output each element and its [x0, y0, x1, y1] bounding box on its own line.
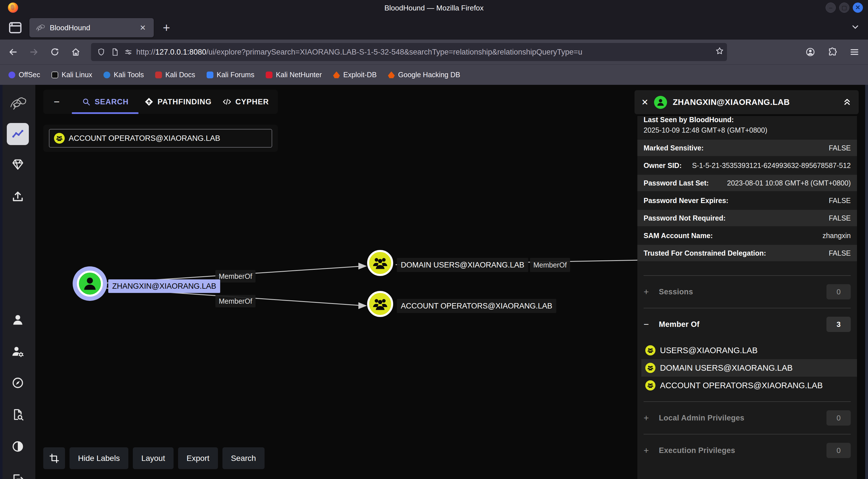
- bloodhound-favicon-icon: [35, 23, 45, 33]
- section-sessions[interactable]: + Sessions 0: [638, 276, 857, 308]
- reload-button[interactable]: [47, 44, 63, 60]
- window-close-button[interactable]: ✕: [853, 3, 863, 13]
- layout-button[interactable]: Layout: [133, 447, 174, 469]
- home-button[interactable]: [68, 44, 84, 60]
- section-local-admin-privileges[interactable]: + Local Admin Privileges 0: [638, 402, 857, 434]
- graph-node-group-account-operators[interactable]: [367, 291, 393, 317]
- tab-bar: BloodHound ✕ +: [0, 16, 868, 39]
- tab-close-icon[interactable]: ✕: [137, 22, 148, 33]
- property-value: FALSE: [829, 197, 851, 205]
- bookmark-kali-tools[interactable]: Kali Tools: [103, 71, 144, 79]
- property-label: Password Never Expires:: [644, 197, 728, 205]
- forward-button[interactable]: [26, 44, 42, 60]
- section-count-badge: 0: [827, 443, 851, 458]
- bookmark-google-hacking-db[interactable]: Google Hacking DB: [388, 71, 460, 79]
- bookmark-kali-docs[interactable]: Kali Docs: [155, 71, 195, 79]
- menu-hamburger-icon[interactable]: [846, 44, 862, 60]
- node-label-zhangxin-selected[interactable]: ZHANGXIN@XIAORANG.LAB: [108, 279, 220, 293]
- window-minimize-button[interactable]: –: [826, 3, 836, 13]
- page-info-icon[interactable]: [109, 47, 120, 58]
- window-maximize-button[interactable]: ▢: [839, 3, 849, 13]
- bookmark-label: Kali Tools: [114, 71, 144, 79]
- offsec-favicon-icon: [8, 71, 15, 78]
- browser-tab[interactable]: BloodHound ✕: [29, 18, 154, 37]
- hide-labels-button[interactable]: Hide Labels: [69, 447, 128, 469]
- arrowhead-icon: [359, 302, 367, 309]
- section-member-of[interactable]: − Member Of 3: [638, 308, 857, 340]
- url-path: /ui/explore?primarySearch=XIAORANG.LAB-S…: [206, 48, 582, 56]
- bookmark-label: Exploit-DB: [343, 71, 376, 79]
- fit-graph-button[interactable]: [43, 447, 65, 469]
- search-input[interactable]: ACCOUNT OPERATORS@XIAORANG.LAB: [49, 129, 272, 148]
- member-label: USERS@XIAORANG.LAB: [660, 346, 757, 355]
- section-execution-privileges[interactable]: + Execution Privileges 0: [638, 434, 857, 467]
- kali-tools-favicon-icon: [103, 71, 110, 78]
- group-icon: [372, 296, 389, 312]
- back-button[interactable]: [5, 44, 21, 60]
- tab-label: SEARCH: [95, 97, 129, 106]
- active-tab-underline: [72, 112, 138, 114]
- bookmark-exploit-db[interactable]: Exploit-DB: [333, 71, 376, 79]
- bookmark-offsec[interactable]: OffSec: [8, 71, 40, 79]
- graph-node-group-domain-users[interactable]: [367, 250, 393, 276]
- section-count-badge: 3: [827, 317, 851, 332]
- search-input-card: ACCOUNT OPERATORS@XIAORANG.LAB: [43, 125, 278, 152]
- bookmark-label: Kali Linux: [62, 71, 92, 79]
- member-label: DOMAIN USERS@XIAORANG.LAB: [660, 363, 793, 373]
- kali-docs-favicon-icon: [155, 71, 162, 78]
- member-label: ACCOUNT OPERATORS@XIAORANG.LAB: [660, 381, 823, 390]
- close-icon[interactable]: ✕: [641, 97, 648, 107]
- section-label: Local Admin Privileges: [659, 414, 820, 422]
- property-label: Marked Sensitive:: [644, 144, 704, 152]
- bookmark-label: Kali Forums: [217, 71, 254, 79]
- list-item[interactable]: DOMAIN USERS@XIAORANG.LAB: [641, 359, 857, 377]
- bookmark-kali-linux[interactable]: Kali Linux: [52, 71, 92, 79]
- list-all-tabs-button[interactable]: [850, 22, 860, 33]
- list-item[interactable]: ACCOUNT OPERATORS@XIAORANG.LAB: [641, 377, 857, 394]
- collapse-minus-icon[interactable]: −: [644, 319, 652, 330]
- property-row: Trusted For Constrained Delegation: FALS…: [638, 245, 857, 261]
- list-item[interactable]: USERS@XIAORANG.LAB: [641, 341, 857, 359]
- export-button[interactable]: Export: [178, 447, 218, 469]
- bookmark-star-icon[interactable]: [715, 47, 724, 57]
- section-label: Member Of: [659, 320, 820, 329]
- collapse-panel-icon[interactable]: [842, 97, 852, 108]
- member-of-list: USERS@XIAORANG.LAB DOMAIN USERS@XIAORANG…: [638, 340, 857, 401]
- property-row: Password Last Set: 2023-08-01 10:08 GMT+…: [638, 175, 857, 191]
- extensions-icon[interactable]: [825, 44, 840, 60]
- firefox-view-button[interactable]: [7, 20, 23, 36]
- crop-icon: [49, 453, 59, 463]
- property-label: Last Seen by BloodHound:: [644, 116, 734, 124]
- bookmark-kali-nethunter[interactable]: Kali NetHunter: [266, 71, 322, 79]
- node-label-account-operators[interactable]: ACCOUNT OPERATORS@XIAORANG.LAB: [397, 299, 556, 313]
- new-tab-button[interactable]: +: [159, 19, 174, 36]
- window-controls: – ▢ ✕: [826, 3, 863, 13]
- expand-plus-icon[interactable]: +: [644, 287, 652, 297]
- edge-label-memberof-1[interactable]: MemberOf: [215, 270, 255, 282]
- account-icon[interactable]: [802, 44, 818, 60]
- search-button[interactable]: Search: [222, 447, 265, 469]
- property-value: FALSE: [829, 249, 851, 257]
- edge-label-memberof-3[interactable]: MemberOf: [530, 258, 570, 272]
- permissions-icon[interactable]: [123, 47, 134, 58]
- expand-plus-icon[interactable]: +: [644, 445, 652, 456]
- tab-pathfinding[interactable]: PATHFINDING: [140, 90, 216, 114]
- property-label: Password Not Required:: [644, 214, 725, 222]
- tab-search[interactable]: SEARCH: [70, 90, 140, 114]
- collapse-search-icon[interactable]: −: [43, 90, 70, 114]
- firefox-window: BloodHound — Mozilla Firefox – ▢ ✕ Blood…: [0, 0, 868, 479]
- kali-nethunter-favicon-icon: [266, 71, 273, 78]
- expand-plus-icon[interactable]: +: [644, 413, 652, 423]
- entity-title: ZHANGXIN@XIAORANG.LAB: [673, 97, 837, 107]
- url-bar[interactable]: http://127.0.0.1:8080/ui/explore?primary…: [91, 43, 727, 61]
- entity-panel-body[interactable]: Last Seen by BloodHound: 2025-10-09 12:4…: [638, 116, 857, 479]
- tracking-shield-icon[interactable]: [96, 47, 107, 58]
- bookmark-kali-forums[interactable]: Kali Forums: [207, 71, 254, 79]
- tab-cypher[interactable]: CYPHER: [216, 90, 275, 114]
- graph-node-user-zhangxin[interactable]: [77, 271, 103, 297]
- bookmarks-bar: OffSec Kali Linux Kali Tools Kali Docs K…: [0, 64, 868, 85]
- node-label-domain-users[interactable]: DOMAIN USERS@XIAORANG.LAB: [397, 258, 528, 272]
- google-hacking-db-favicon-icon: [388, 71, 395, 78]
- edge-label-memberof-2[interactable]: MemberOf: [215, 295, 255, 307]
- property-row: Last Seen by BloodHound: 2025-10-09 12:4…: [638, 116, 857, 139]
